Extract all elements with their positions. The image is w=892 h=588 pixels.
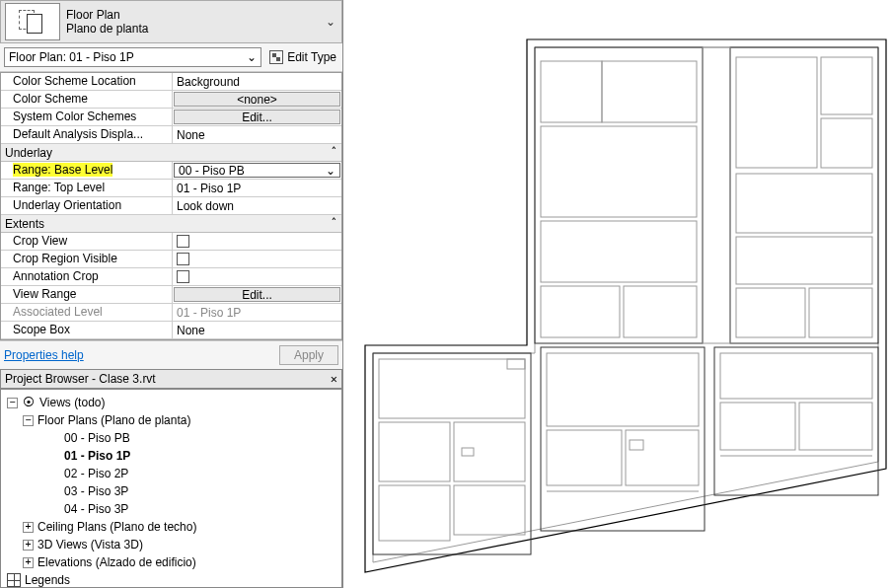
view-type-subtitle: Plano de planta	[66, 22, 324, 36]
collapse-icon[interactable]: ˆ	[331, 146, 337, 160]
svg-rect-10	[736, 57, 817, 168]
svg-rect-35	[630, 440, 643, 450]
tree-3d-views[interactable]: +3D Views (Vista 3D)	[3, 536, 339, 553]
view-selector-value: Floor Plan: 01 - Piso 1P	[9, 50, 134, 64]
svg-rect-14	[736, 237, 872, 284]
svg-rect-9	[730, 47, 878, 343]
legends-icon	[7, 573, 21, 587]
svg-rect-23	[454, 485, 525, 535]
section-underlay[interactable]: Underlay ˆ	[1, 144, 341, 162]
tree-elevations[interactable]: +Elevations (Alzado de edificio)	[3, 553, 339, 571]
svg-rect-24	[541, 347, 705, 531]
tree-item-piso-pb[interactable]: 00 - Piso PB	[3, 429, 339, 447]
svg-rect-13	[736, 174, 872, 233]
tree-item-piso-3p[interactable]: 03 - Piso 3P	[3, 482, 339, 500]
prop-label-crop-view: Crop View	[1, 233, 173, 250]
prop-label-view-range: View Range	[1, 286, 173, 303]
prop-val-crop-view[interactable]	[173, 233, 341, 250]
svg-rect-34	[507, 359, 525, 369]
checkbox-crop-view[interactable]	[177, 235, 189, 248]
svg-rect-4	[602, 61, 697, 122]
tree-ceiling-plans[interactable]: +Ceiling Plans (Plano de techo)	[3, 518, 339, 536]
header-dropdown-icon[interactable]: ⌄	[324, 15, 337, 29]
prop-btn-color-scheme[interactable]: <none>	[174, 92, 340, 107]
svg-rect-21	[454, 422, 525, 481]
drawing-canvas[interactable]	[343, 0, 892, 588]
svg-rect-15	[736, 288, 805, 337]
collapse-toggle[interactable]: −	[23, 415, 34, 426]
prop-val-annotation-crop[interactable]	[173, 268, 341, 285]
edit-type-button[interactable]: Edit Type	[267, 48, 338, 66]
checkbox-annotation-crop[interactable]	[177, 270, 189, 283]
svg-rect-8	[624, 286, 697, 337]
tree-item-piso-3p-2[interactable]: 04 - Piso 3P	[3, 500, 339, 518]
prop-label-scope-box: Scope Box	[1, 322, 173, 338]
properties-grid: Color Scheme Location Background Color S…	[0, 72, 342, 340]
section-extents[interactable]: Extents ˆ	[1, 215, 341, 233]
edit-type-label: Edit Type	[287, 50, 336, 64]
tree-floor-plans[interactable]: −Floor Plans (Plano de planta)	[3, 411, 339, 429]
prop-label-color-scheme-location: Color Scheme Location	[1, 73, 173, 90]
tree-legends[interactable]: Legends	[3, 571, 339, 588]
prop-val-range-top[interactable]: 01 - Piso 1P	[173, 180, 341, 196]
project-browser-title: Project Browser - Clase 3.rvt	[5, 372, 156, 386]
svg-rect-17	[703, 47, 730, 343]
expand-toggle[interactable]: +	[23, 540, 34, 551]
svg-rect-27	[626, 430, 699, 485]
svg-rect-20	[379, 422, 450, 481]
tree-item-piso-2p[interactable]: 02 - Piso 2P	[3, 465, 339, 482]
collapse-icon[interactable]: ˆ	[331, 217, 337, 231]
prop-label-crop-region: Crop Region Visible	[1, 251, 173, 267]
svg-rect-11	[821, 57, 872, 114]
svg-rect-29	[714, 347, 878, 495]
svg-rect-3	[541, 61, 602, 122]
prop-combo-range-base[interactable]: 00 - Piso PB ⌄	[174, 163, 340, 178]
view-selector-combo[interactable]: Floor Plan: 01 - Piso 1P ⌄	[4, 47, 261, 67]
tree-views[interactable]: −⦿Views (todo)	[3, 394, 339, 411]
section-extents-label: Extents	[5, 217, 44, 231]
svg-rect-31	[720, 403, 795, 450]
close-icon[interactable]: ✕	[331, 372, 337, 386]
range-base-value: 00 - Piso PB	[179, 164, 245, 178]
properties-help-link[interactable]: Properties help	[4, 348, 84, 362]
prop-btn-system-color[interactable]: Edit...	[174, 110, 340, 124]
prop-val-color-scheme-location[interactable]: Background	[173, 73, 341, 90]
prop-val-assoc-level: 01 - Piso 1P	[173, 304, 341, 321]
svg-rect-22	[379, 485, 450, 541]
prop-label-assoc-level: Associated Level	[1, 304, 173, 321]
expand-toggle[interactable]: +	[23, 557, 34, 568]
svg-rect-16	[809, 288, 872, 337]
prop-val-crop-region[interactable]	[173, 251, 341, 267]
floor-plan-icon	[19, 10, 46, 34]
svg-rect-19	[379, 359, 525, 418]
expand-toggle[interactable]: +	[23, 522, 34, 533]
project-browser-tree: −⦿Views (todo) −Floor Plans (Plano de pl…	[0, 389, 342, 588]
prop-label-system-color: System Color Schemes	[1, 109, 173, 125]
prop-label-color-scheme: Color Scheme	[1, 91, 173, 108]
apply-button[interactable]: Apply	[279, 345, 338, 365]
checkbox-crop-region[interactable]	[177, 253, 189, 265]
svg-rect-30	[720, 353, 872, 399]
prop-val-underlay-orient[interactable]: Look down	[173, 197, 341, 214]
svg-rect-18	[373, 353, 531, 554]
view-type-title: Floor Plan	[66, 8, 324, 22]
collapse-toggle[interactable]: −	[7, 398, 18, 408]
view-type-icon-box[interactable]	[5, 3, 60, 40]
svg-rect-6	[541, 221, 697, 282]
svg-marker-0	[365, 39, 886, 572]
prop-label-default-analysis: Default Analysis Displa...	[1, 126, 173, 143]
project-browser-header: Project Browser - Clase 3.rvt ✕	[0, 369, 342, 389]
svg-rect-2	[535, 47, 703, 343]
chevron-down-icon: ⌄	[247, 50, 257, 64]
prop-btn-view-range[interactable]: Edit...	[174, 287, 340, 302]
prop-label-range-base: Range: Base Level	[1, 162, 173, 179]
svg-rect-25	[547, 353, 699, 426]
svg-rect-32	[799, 403, 872, 450]
properties-header: Floor Plan Plano de planta ⌄	[0, 0, 342, 43]
edit-type-icon	[269, 50, 283, 64]
section-underlay-label: Underlay	[5, 146, 52, 160]
svg-rect-36	[462, 448, 474, 456]
prop-val-default-analysis[interactable]: None	[173, 126, 341, 143]
tree-item-piso-1p[interactable]: 01 - Piso 1P	[3, 447, 339, 465]
prop-val-scope-box[interactable]: None	[173, 322, 341, 338]
